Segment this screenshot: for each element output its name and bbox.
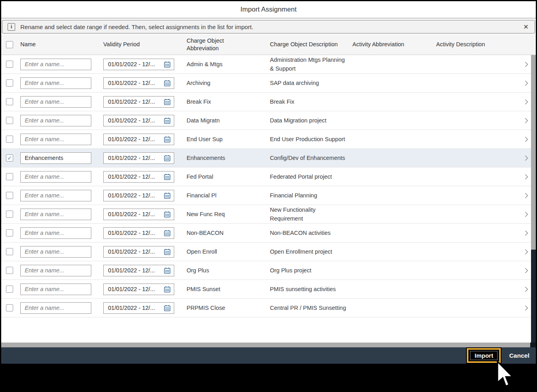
validity-period-field[interactable]: 01/01/2022 - 12/...	[103, 227, 174, 239]
chevron-right-icon[interactable]	[525, 230, 528, 236]
close-icon[interactable]: ✕	[523, 23, 529, 31]
footer-bar: Import Cancel	[1, 347, 536, 364]
validity-period-field[interactable]: 01/01/2022 - 12/...	[103, 59, 174, 70]
name-input[interactable]	[20, 77, 91, 89]
row-checkbox[interactable]	[6, 267, 13, 274]
validity-period-field[interactable]: 01/01/2022 - 12/...	[103, 134, 174, 145]
row-checkbox[interactable]	[6, 229, 13, 236]
name-input[interactable]	[20, 302, 91, 314]
name-input[interactable]	[20, 171, 91, 183]
charge-object-abbreviation: Non-BEACON	[187, 229, 270, 237]
table-header-row: Name Validity Period Charge Object Abbre…	[1, 34, 536, 55]
calendar-icon[interactable]	[164, 248, 171, 255]
cancel-button[interactable]: Cancel	[507, 352, 532, 360]
chevron-right-icon[interactable]	[525, 211, 528, 217]
chevron-right-icon[interactable]	[525, 249, 528, 255]
name-input[interactable]	[20, 134, 91, 145]
row-checkbox[interactable]	[6, 136, 13, 143]
table-row[interactable]: 01/01/2022 - 12/... Financial Pl Financi…	[1, 186, 536, 205]
calendar-icon[interactable]	[164, 230, 171, 236]
validity-period-field[interactable]: 01/01/2022 - 12/...	[103, 115, 174, 126]
charge-object-description: Non-BEACON activities	[270, 229, 352, 237]
horizontal-scrollbar-thumb[interactable]	[1, 343, 530, 347]
chevron-right-icon[interactable]	[525, 268, 528, 274]
validity-period-field[interactable]: 01/01/2022 - 12/...	[103, 209, 174, 220]
validity-period-field[interactable]: 01/01/2022 - 12/...	[103, 96, 174, 108]
table-row[interactable]: 01/01/2022 - 12/... PMIS Sunset PMIS sun…	[1, 280, 536, 299]
vertical-scrollbar[interactable]	[531, 55, 536, 343]
row-checkbox[interactable]	[6, 117, 13, 124]
table-row[interactable]: 01/01/2022 - 12/... Fed Portal Federated…	[1, 167, 536, 186]
validity-period-field[interactable]: 01/01/2022 - 12/...	[103, 265, 174, 276]
calendar-icon[interactable]	[164, 211, 171, 218]
chevron-right-icon[interactable]	[525, 305, 528, 311]
name-input[interactable]	[20, 265, 91, 276]
name-input[interactable]	[20, 246, 91, 258]
name-input[interactable]	[20, 190, 91, 201]
table-row[interactable]: 01/01/2022 - 12/... New Func Req New Fun…	[1, 205, 536, 224]
row-checkbox[interactable]	[6, 61, 13, 68]
validity-period-field[interactable]: 01/01/2022 - 12/...	[103, 77, 174, 89]
chevron-right-icon[interactable]	[525, 80, 528, 86]
info-icon: i	[8, 23, 15, 31]
calendar-icon[interactable]	[164, 117, 171, 124]
row-checkbox[interactable]	[6, 192, 13, 199]
validity-period-field[interactable]: 01/01/2022 - 12/...	[103, 190, 174, 201]
row-checkbox[interactable]	[6, 304, 13, 311]
name-input[interactable]	[20, 227, 91, 239]
row-checkbox[interactable]	[6, 98, 13, 105]
table-row[interactable]: 01/01/2022 - 12/... End User Sup End Use…	[1, 130, 536, 149]
validity-period-field[interactable]: 01/01/2022 - 12/...	[103, 171, 174, 183]
chevron-right-icon[interactable]	[525, 193, 528, 199]
charge-object-abbreviation: Financial Pl	[187, 191, 270, 200]
validity-period-field[interactable]: 01/01/2022 - 12/...	[103, 284, 174, 295]
horizontal-scrollbar[interactable]	[1, 343, 536, 347]
charge-object-description: Break Fix	[270, 97, 352, 106]
name-input[interactable]	[20, 96, 91, 108]
row-checkbox[interactable]: ✓	[6, 154, 13, 162]
validity-period-field[interactable]: 01/01/2022 - 12/...	[103, 302, 174, 314]
chevron-right-icon[interactable]	[525, 155, 528, 161]
chevron-right-icon[interactable]	[525, 118, 528, 124]
row-checkbox[interactable]	[6, 173, 13, 180]
row-checkbox[interactable]	[6, 211, 13, 218]
calendar-icon[interactable]	[164, 98, 171, 105]
table-row[interactable]: 01/01/2022 - 12/... PRPMIS Close Central…	[1, 299, 536, 317]
chevron-right-icon[interactable]	[525, 61, 528, 67]
calendar-icon[interactable]	[164, 267, 171, 274]
calendar-icon[interactable]	[164, 286, 171, 293]
import-button[interactable]: Import	[470, 351, 498, 360]
validity-period-value: 01/01/2022 - 12/...	[108, 211, 155, 217]
table-row[interactable]: 01/01/2022 - 12/... Break Fix Break Fix	[1, 93, 536, 111]
calendar-icon[interactable]	[164, 155, 171, 162]
calendar-icon[interactable]	[164, 136, 171, 143]
vertical-scrollbar-thumb[interactable]	[531, 55, 536, 250]
select-all-checkbox[interactable]	[6, 41, 13, 48]
chevron-right-icon[interactable]	[525, 174, 528, 180]
chevron-right-icon[interactable]	[525, 136, 528, 142]
chevron-right-icon[interactable]	[525, 286, 528, 292]
validity-period-field[interactable]: 01/01/2022 - 12/...	[103, 246, 174, 258]
name-input[interactable]	[20, 284, 91, 295]
validity-period-field[interactable]: 01/01/2022 - 12/...	[103, 152, 174, 164]
row-checkbox[interactable]	[6, 248, 13, 255]
table-row[interactable]: 01/01/2022 - 12/... Data Migratn Data Mi…	[1, 111, 536, 130]
table-row[interactable]: 01/01/2022 - 12/... Org Plus Org Plus pr…	[1, 261, 536, 280]
table-row[interactable]: 01/01/2022 - 12/... Admin & Mtgs Adminis…	[1, 55, 536, 74]
table-row[interactable]: 01/01/2022 - 12/... Open Enroll Open Enr…	[1, 242, 536, 261]
table-row[interactable]: 01/01/2022 - 12/... Archiving SAP data a…	[1, 74, 536, 93]
row-checkbox[interactable]	[6, 286, 13, 293]
name-input[interactable]	[20, 209, 91, 220]
name-input[interactable]	[20, 59, 91, 70]
table-row[interactable]: ✓ 01/01/2022 - 12/... Enhancements Confi…	[1, 149, 536, 167]
calendar-icon[interactable]	[164, 192, 171, 199]
row-checkbox[interactable]	[6, 79, 13, 87]
calendar-icon[interactable]	[164, 173, 171, 180]
calendar-icon[interactable]	[164, 305, 171, 311]
name-input[interactable]	[20, 115, 91, 126]
calendar-icon[interactable]	[164, 61, 171, 68]
table-row[interactable]: 01/01/2022 - 12/... Non-BEACON Non-BEACO…	[1, 224, 536, 242]
name-input[interactable]	[20, 152, 91, 164]
calendar-icon[interactable]	[164, 80, 171, 87]
chevron-right-icon[interactable]	[525, 99, 528, 105]
